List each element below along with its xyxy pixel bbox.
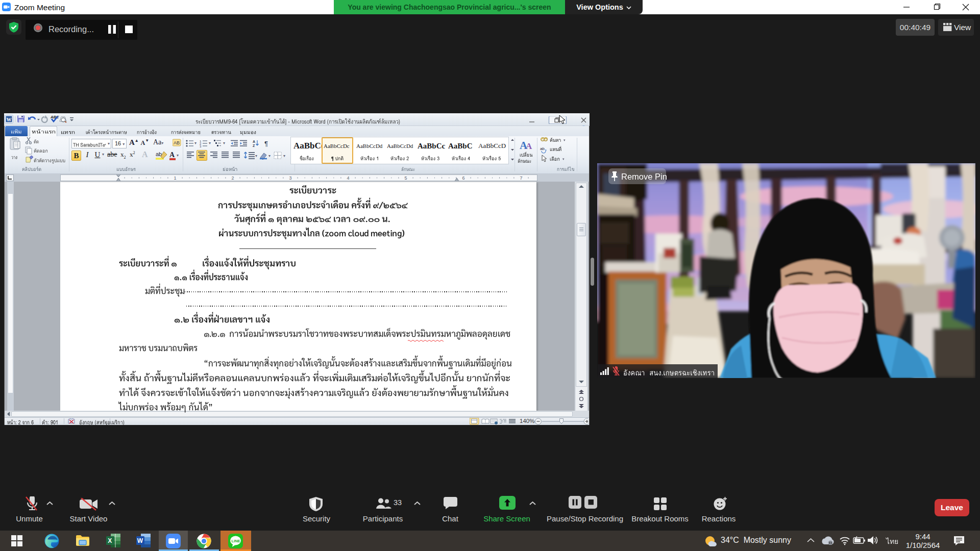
svg-text:Z: Z bbox=[253, 144, 255, 147]
svg-text:A: A bbox=[169, 151, 175, 159]
svg-text:▾: ▾ bbox=[194, 141, 197, 145]
svg-text:W: W bbox=[7, 117, 12, 122]
svg-text:▾: ▾ bbox=[283, 154, 285, 158]
svg-text:5: 5 bbox=[404, 176, 407, 181]
svg-text:3: 3 bbox=[200, 145, 202, 147]
svg-text:7: 7 bbox=[520, 176, 522, 181]
svg-text:¶: ¶ bbox=[264, 140, 268, 147]
svg-text:2: 2 bbox=[231, 176, 234, 181]
svg-text:▾: ▾ bbox=[223, 141, 225, 145]
svg-text:6: 6 bbox=[462, 176, 464, 181]
svg-text:AB: AB bbox=[174, 140, 180, 145]
svg-text:A: A bbox=[526, 141, 532, 151]
svg-text:LINE: LINE bbox=[232, 539, 240, 543]
svg-text:4: 4 bbox=[347, 176, 349, 181]
svg-text:▾: ▾ bbox=[255, 154, 257, 158]
svg-text:1: 1 bbox=[174, 176, 176, 181]
svg-text:▾: ▾ bbox=[177, 153, 179, 158]
svg-text:X: X bbox=[108, 537, 112, 544]
svg-text:A: A bbox=[253, 140, 255, 143]
svg-text:3: 3 bbox=[289, 176, 291, 181]
svg-text:ab: ab bbox=[540, 146, 545, 151]
svg-text:▾: ▾ bbox=[209, 141, 211, 145]
svg-text:W: W bbox=[137, 537, 143, 544]
svg-text:▾: ▾ bbox=[268, 154, 271, 158]
